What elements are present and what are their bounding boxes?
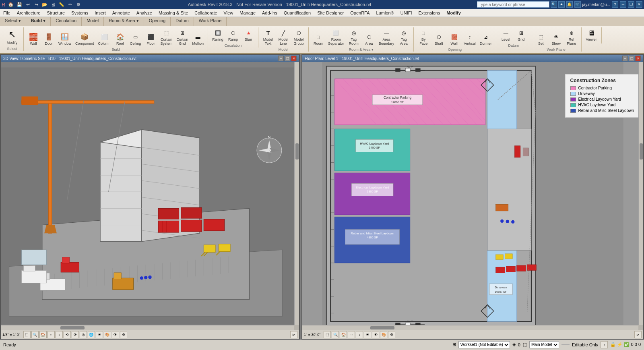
menu-openrfa[interactable]: OpenRFA: [347, 10, 373, 16]
component-btn[interactable]: 📦 Component: [74, 31, 96, 47]
vpfp-tb4[interactable]: ↔: [348, 331, 355, 338]
redo-btn[interactable]: ↪: [33, 1, 40, 8]
tag-room-btn[interactable]: ◎ TagRoom: [347, 27, 361, 47]
vp3d-tb5[interactable]: ↕: [56, 331, 63, 338]
vp3d-tb12[interactable]: 👁: [112, 331, 119, 338]
tag-area-btn[interactable]: ◎ TagArea: [396, 27, 411, 47]
vp3d-tb1[interactable]: ⬚: [23, 331, 31, 338]
vp3d-tb11[interactable]: 🎨: [104, 331, 111, 338]
menu-modify[interactable]: Modify: [443, 10, 464, 16]
shaft-btn[interactable]: ⬡ Shaft: [431, 31, 446, 47]
open-btn[interactable]: 📂: [41, 1, 48, 8]
level-btn[interactable]: — Level: [499, 27, 513, 43]
measure-btn[interactable]: 📏: [58, 1, 65, 8]
menu-quantification[interactable]: Quantification: [281, 10, 314, 16]
viewer-btn[interactable]: 🖥 Viewer: [584, 27, 599, 43]
floor-btn[interactable]: ⬛ Floor: [144, 31, 158, 47]
menu-systems[interactable]: Systems: [68, 10, 91, 16]
statusbar-sync[interactable]: ↑: [601, 341, 608, 348]
vpfp-tb5[interactable]: ↕: [356, 331, 363, 338]
menu-architecture[interactable]: Architecture: [14, 10, 44, 16]
rtab-roomarea[interactable]: Room & Area ▾: [104, 17, 144, 26]
vp3d-tb4[interactable]: ↔: [47, 331, 55, 338]
help-btn[interactable]: ?: [612, 1, 618, 8]
door-btn[interactable]: 🚪 Door: [41, 31, 56, 47]
stair-btn[interactable]: 🔺 Stair: [241, 27, 256, 43]
fp-scroll-thumb-h[interactable]: [370, 326, 394, 329]
home-btn[interactable]: 🏠: [7, 1, 14, 8]
save-btn[interactable]: 💾: [16, 1, 23, 8]
undo-btn[interactable]: ↩: [24, 1, 31, 8]
annotate-btn[interactable]: ✏: [66, 1, 74, 8]
close-win[interactable]: ✕: [636, 1, 642, 8]
vp3d-tb2[interactable]: 🔍: [31, 331, 39, 338]
curtain-system-btn[interactable]: ⬚ CurtainSystem: [159, 27, 174, 47]
vp3d-tb3[interactable]: 🏠: [39, 331, 47, 338]
3d-scroll-thumb-h[interactable]: [60, 326, 85, 329]
model-line-btn[interactable]: ╱ ModelLine: [276, 27, 291, 47]
viewport-fp-content[interactable]: Contractor Parking 14860 SF HVAC Laydown…: [302, 62, 643, 330]
wall-opening-btn[interactable]: 🧱 Wall: [447, 31, 461, 47]
area-btn[interactable]: ⬡ Area: [362, 31, 376, 47]
vp3d-close[interactable]: ✕: [291, 56, 297, 61]
vpfp-restore[interactable]: ❐: [629, 56, 634, 61]
star-btn[interactable]: ★: [558, 1, 565, 8]
vpfp-tb8[interactable]: 🎨: [380, 331, 387, 338]
curtain-grid-btn[interactable]: ⊞ CurtainGrid: [175, 27, 190, 47]
wall-btn[interactable]: 🧱 Wall: [26, 31, 41, 47]
menu-view[interactable]: View: [221, 10, 237, 16]
room-separator-btn[interactable]: ⬜ RoomSeparator: [326, 27, 346, 47]
menu-structure[interactable]: Structure: [43, 10, 68, 16]
menu-sitedesigner[interactable]: Site Designer: [314, 10, 347, 16]
menu-lumion[interactable]: Lumion®: [373, 10, 397, 16]
model-text-btn[interactable]: T ModelText: [261, 27, 275, 47]
menu-unifi[interactable]: UNIFI: [397, 10, 415, 16]
vertical-btn[interactable]: ↕ Vertical: [462, 31, 477, 47]
menu-file[interactable]: File: [0, 10, 14, 16]
rtab-datum[interactable]: Datum: [171, 17, 194, 26]
vp3d-tb13[interactable]: ⚙: [120, 331, 127, 338]
3d-scrollbar-v[interactable]: [294, 62, 299, 330]
rtab-opening[interactable]: Opening: [144, 17, 171, 26]
fp-scroll-thumb-v[interactable]: [640, 143, 643, 159]
model-select[interactable]: Main Model: [529, 341, 559, 348]
vp3d-tb7[interactable]: ⟳: [72, 331, 79, 338]
3d-scroll-thumb-v[interactable]: [295, 143, 299, 159]
column-btn[interactable]: ⬜ Column: [97, 31, 112, 47]
search-input[interactable]: [477, 1, 549, 8]
by-face-btn[interactable]: ◻ ByFace: [416, 27, 431, 47]
vpfp-minimize[interactable]: ─: [622, 56, 628, 61]
vpfp-tb6[interactable]: ☀: [364, 331, 371, 338]
rtab-circulation[interactable]: Circulation: [51, 17, 82, 26]
menu-annotate[interactable]: Annotate: [109, 10, 133, 16]
menu-collaborate[interactable]: Collaborate: [191, 10, 220, 16]
viewport-3d-content[interactable]: N: [1, 62, 299, 330]
ramp-btn[interactable]: ⬡ Ramp: [226, 27, 240, 43]
fp-scrollbar-v[interactable]: [638, 62, 643, 330]
vp3d-restore[interactable]: ❐: [285, 56, 290, 61]
minimize-win[interactable]: ─: [620, 1, 626, 8]
rtab-model[interactable]: Model: [82, 17, 104, 26]
railing-btn[interactable]: 🔲 Railing: [211, 27, 225, 43]
rtab-workplane[interactable]: Work Plane: [194, 17, 227, 26]
vpfp-tb1[interactable]: ⬚: [324, 331, 331, 338]
rtab-build[interactable]: Build ▾: [26, 17, 51, 26]
settings-btn[interactable]: ⚙: [75, 1, 82, 8]
bell-btn[interactable]: 🔔: [566, 1, 573, 8]
restore-win[interactable]: ❐: [628, 1, 634, 8]
3d-scrollbar-h[interactable]: [1, 325, 294, 330]
ref-plane-btn[interactable]: ⊕ RefPlane: [564, 27, 579, 47]
vpfp-tb2[interactable]: 🔍: [332, 331, 339, 338]
menu-manage[interactable]: Manage: [236, 10, 259, 16]
vp3d-expand[interactable]: ⊳: [290, 331, 297, 338]
dormer-btn[interactable]: ⊿ Dormer: [478, 31, 493, 47]
vp3d-tb10[interactable]: ☀: [96, 331, 103, 338]
cart-btn[interactable]: 🛒: [574, 1, 581, 8]
vp3d-tb8[interactable]: ◎: [80, 331, 87, 338]
menu-addins[interactable]: Add-Ins: [259, 10, 281, 16]
vpfp-tb3[interactable]: 🏠: [340, 331, 347, 338]
ceiling-btn[interactable]: ▭ Ceiling: [128, 31, 143, 47]
grid-btn[interactable]: ⊞ Grid: [514, 27, 528, 43]
vpfp-tb7[interactable]: 👁: [372, 331, 379, 338]
menu-massing[interactable]: Massing & Site: [155, 10, 191, 16]
